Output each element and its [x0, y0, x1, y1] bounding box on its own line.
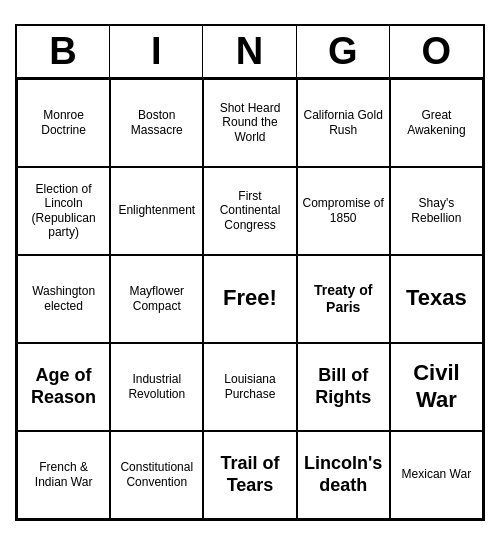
bingo-cell-13: Treaty of Paris [297, 255, 390, 343]
bingo-cell-9: Shay's Rebellion [390, 167, 483, 255]
bingo-grid: Monroe DoctrineBoston MassacreShot Heard… [17, 79, 483, 519]
bingo-cell-23: Lincoln's death [297, 431, 390, 519]
bingo-cell-21: Constitutional Convention [110, 431, 203, 519]
bingo-cell-5: Election of Lincoln (Republican party) [17, 167, 110, 255]
bingo-cell-20: French & Indian War [17, 431, 110, 519]
bingo-cell-16: Industrial Revolution [110, 343, 203, 431]
bingo-card: BINGO Monroe DoctrineBoston MassacreShot… [15, 24, 485, 521]
bingo-cell-14: Texas [390, 255, 483, 343]
bingo-cell-1: Boston Massacre [110, 79, 203, 167]
bingo-cell-3: California Gold Rush [297, 79, 390, 167]
bingo-cell-24: Mexican War [390, 431, 483, 519]
bingo-cell-10: Washington elected [17, 255, 110, 343]
bingo-cell-12: Free! [203, 255, 296, 343]
bingo-cell-15: Age of Reason [17, 343, 110, 431]
header-letter-b: B [17, 26, 110, 77]
bingo-cell-19: Civil War [390, 343, 483, 431]
header-letter-g: G [297, 26, 390, 77]
bingo-cell-7: First Continental Congress [203, 167, 296, 255]
header-letter-i: I [110, 26, 203, 77]
bingo-cell-22: Trail of Tears [203, 431, 296, 519]
bingo-cell-2: Shot Heard Round the World [203, 79, 296, 167]
bingo-cell-17: Louisiana Purchase [203, 343, 296, 431]
bingo-cell-8: Compromise of 1850 [297, 167, 390, 255]
bingo-header: BINGO [17, 26, 483, 79]
header-letter-o: O [390, 26, 483, 77]
bingo-cell-6: Enlightenment [110, 167, 203, 255]
bingo-cell-4: Great Awakening [390, 79, 483, 167]
bingo-cell-18: Bill of Rights [297, 343, 390, 431]
bingo-cell-11: Mayflower Compact [110, 255, 203, 343]
header-letter-n: N [203, 26, 296, 77]
bingo-cell-0: Monroe Doctrine [17, 79, 110, 167]
